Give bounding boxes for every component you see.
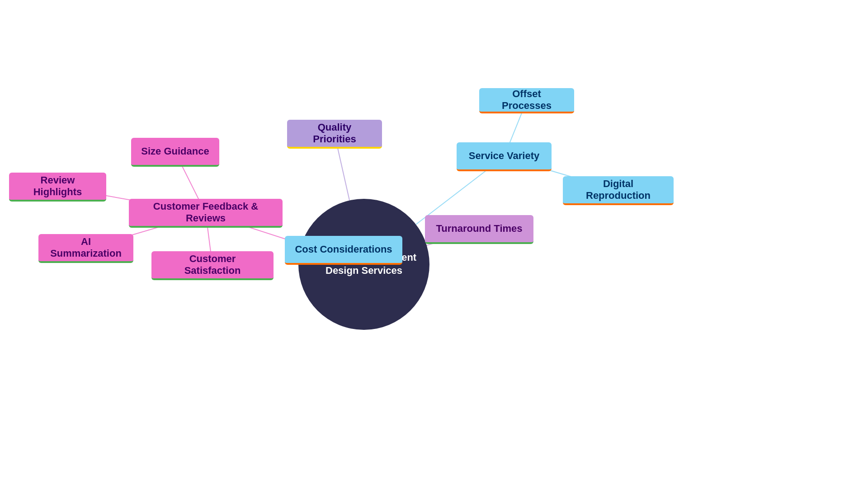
node-customer-feedback[interactable]: Customer Feedback & Reviews: [129, 199, 283, 228]
node-digital-reproduction[interactable]: Digital Reproduction: [563, 176, 674, 205]
node-review-highlights[interactable]: Review Highlights: [9, 173, 106, 202]
node-ai-summarization[interactable]: AI Summarization: [38, 234, 133, 263]
node-size-guidance[interactable]: Size Guidance: [131, 138, 219, 167]
node-customer-satisfaction[interactable]: Customer Satisfaction: [151, 251, 274, 280]
node-cost-considerations[interactable]: Cost Considerations: [285, 236, 402, 265]
node-quality-priorities[interactable]: Quality Priorities: [287, 120, 382, 149]
node-turnaround-times[interactable]: Turnaround Times: [425, 215, 533, 244]
node-service-variety[interactable]: Service Variety: [457, 142, 552, 171]
node-offset-processes[interactable]: Offset Processes: [479, 88, 574, 113]
mindmap-canvas: Personalized Garment Design ServicesQual…: [0, 0, 868, 488]
